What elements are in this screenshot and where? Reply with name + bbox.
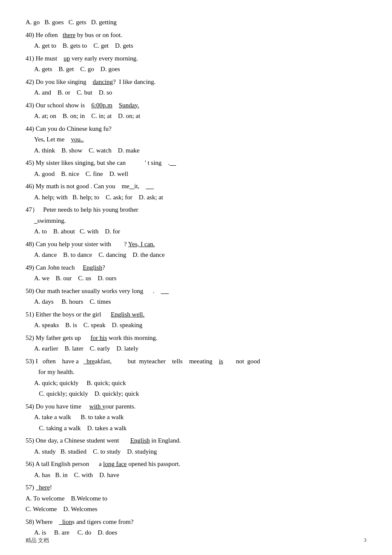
options-line-2: C. Welcome D. Welcomes	[26, 504, 366, 515]
options-text: A. good B. nice C. fine D. well	[26, 169, 366, 180]
question-text: 52) My father gets up for his work this …	[26, 333, 366, 344]
question-text: 58) Where lions and tigers come from?	[26, 517, 366, 528]
options-text: A. and B. or C. but D. so	[26, 87, 366, 98]
underlined-text: for his	[90, 334, 107, 341]
underlined-word: English	[83, 264, 102, 271]
sub-text: swimming.	[26, 216, 366, 227]
question-text: 46) My math is not good . Can you me it,	[26, 181, 366, 192]
question-block-44: 44) Can you do Chinese kung fu? Yes, Let…	[26, 124, 366, 156]
options-text: A. think B. show C. watch D. make	[26, 145, 366, 156]
question-text: 53) I often have a breakfast, but myteac…	[26, 356, 366, 367]
question-text: 55) One day, a Chinese student went Engl…	[26, 435, 366, 446]
underlined-text: long face	[103, 460, 127, 467]
underlined-word: English	[130, 437, 150, 444]
question-text: 43) Our school show is 6:00p.m Sunday.	[26, 100, 366, 111]
options-line-1: A. quick; quickly B. quick; quick	[26, 378, 366, 389]
sub-text: for my health.	[26, 367, 366, 378]
footer-left: 精品 文档	[26, 537, 49, 544]
question-block-51: 51) Either the boys or the girl English …	[26, 309, 366, 331]
question-block-54: 54) Do you have time with your parents. …	[26, 401, 366, 434]
question-block-58: 58) Where lions and tigers come from? A.…	[26, 517, 366, 538]
options-text: A. gets B. get C. go D. goes	[26, 64, 366, 75]
question-block-56: 56) A tall English person a long face op…	[26, 459, 366, 480]
question-text: 57) here!	[26, 482, 366, 493]
question-text: 47） Peter needs to help his young brothe…	[26, 204, 366, 216]
underlined-word: is	[219, 358, 223, 365]
question-block-46: 46) My math is not good . Can you me it,…	[26, 181, 366, 203]
underlined-text: Yes, I can.	[128, 241, 155, 247]
options-text: A. days B. hours C. times	[26, 296, 366, 308]
question-block-41: 41) He must up very early every morning.…	[26, 53, 366, 75]
question-text: 51) Either the boys or the girl English …	[26, 309, 366, 320]
options-line: A. go B. goes C. gets D. getting	[26, 17, 366, 28]
underlined-word: lion	[59, 518, 72, 525]
question-block-57: 57) here! A. To welcome B.Welcome to C. …	[26, 482, 366, 515]
underlined-word-1: 6:00p.m	[91, 102, 112, 109]
options-text: A. help; with B. help; to C. ask; for D.…	[26, 192, 366, 203]
question-text: 54) Do you have time with your parents.	[26, 401, 366, 412]
question-block-50: 50) Our math teacher usually works very …	[26, 286, 366, 308]
question-block-39-options: A. go B. goes C. gets D. getting	[26, 17, 366, 28]
options-line-1: A. To welcome B.Welcome to	[26, 493, 366, 504]
sub-text: Yes, Let me you..	[26, 134, 366, 145]
question-block-45: 45) My sister likes singing, but she can…	[26, 158, 366, 179]
underlined-word: you..	[71, 136, 84, 143]
options-text: A. at; on B. on; in C. in; at D. on; at	[26, 111, 366, 122]
options-text: A. study B. studied C. to study D. study…	[26, 446, 366, 457]
question-block-49: 49) Can John teach English? A. we B. our…	[26, 262, 366, 284]
options-text: A. get to B. gets to C. get D. gets	[26, 40, 366, 52]
question-text: 49) Can John teach English?	[26, 262, 366, 273]
question-block-52: 52) My father gets up for his work this …	[26, 333, 366, 354]
footer-right: 3	[364, 537, 367, 544]
question-block-53: 53) I often have a breakfast, but myteac…	[26, 356, 366, 400]
question-block-43: 43) Our school show is 6:00p.m Sunday. A…	[26, 100, 366, 122]
underlined-word: up	[63, 55, 70, 62]
options-line-2: C. quickly; quickly D. quickly; quick	[26, 388, 366, 400]
options-text: A. we B. our C. us D. ours	[26, 273, 366, 284]
question-block-48: 48) Can you help your sister with ? Yes,…	[26, 239, 366, 261]
underlined-word: dancing	[93, 78, 113, 85]
main-content: A. go B. goes C. gets D. getting 40) He …	[26, 17, 366, 538]
options-text: A. to B. about C. with D. for	[26, 226, 366, 237]
options-text: A. earlier B. later C. early D. lately	[26, 343, 366, 354]
underlined-text: English well.	[111, 311, 144, 318]
question-text: 48) Can you help your sister with ? Yes,…	[26, 239, 366, 250]
question-text: 42) Do you like singing dancing? I like …	[26, 77, 366, 88]
question-text: 50) Our math teacher usually works very …	[26, 286, 366, 297]
page-footer: 精品 文档 3	[26, 537, 366, 544]
question-text: 40) He often there by bus or on foot.	[26, 30, 366, 41]
options-text: A. speaks B. is C. speak D. speaking	[26, 320, 366, 331]
options-line-2: C. taking a walk D. takes a walk	[26, 423, 366, 434]
underlined-word-2: Sunday.	[119, 102, 139, 109]
question-text: 45) My sister likes singing, but she can…	[26, 158, 366, 169]
question-text: 44) Can you do Chinese kung fu?	[26, 124, 366, 135]
question-block-55: 55) One day, a Chinese student went Engl…	[26, 435, 366, 457]
options-line-1: A. take a walk B. to take a walk	[26, 412, 366, 423]
options-text: A. dance B. to dance C. dancing D. the d…	[26, 250, 366, 261]
question-text: 56) A tall English person a long face op…	[26, 459, 366, 470]
options-text: A. has B. in C. with D. have	[26, 470, 366, 481]
underlined-word: there	[63, 32, 75, 38]
underlined-word: here	[36, 484, 50, 491]
question-block-40: 40) He often there by bus or on foot. A.…	[26, 30, 366, 52]
underlined-text: with y	[89, 403, 106, 410]
question-text: 41) He must up very early every morning.	[26, 53, 366, 64]
question-block-47: 47） Peter needs to help his young brothe…	[26, 204, 366, 237]
question-block-42: 42) Do you like singing dancing? I like …	[26, 77, 366, 98]
